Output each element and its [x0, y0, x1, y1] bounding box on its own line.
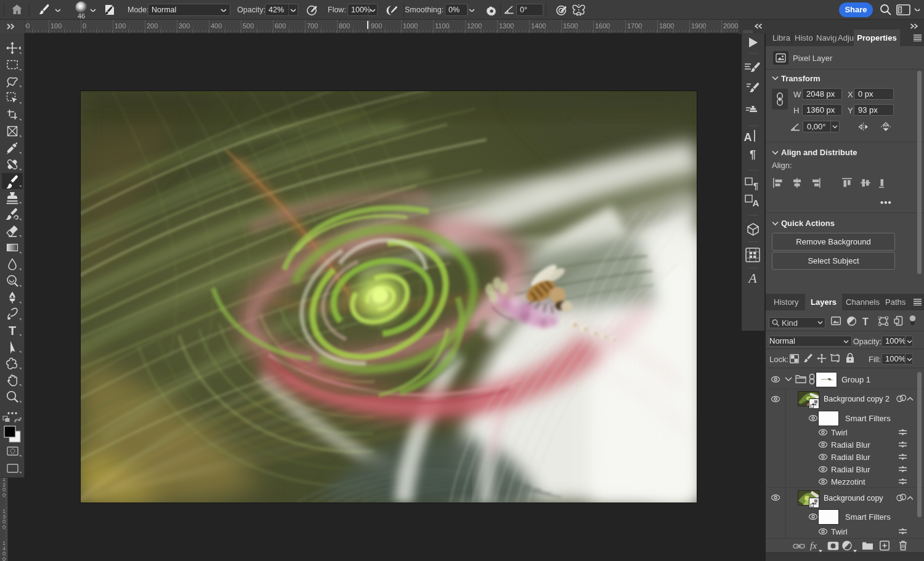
svg-text:T: T: [9, 324, 16, 337]
svg-text:A: A: [744, 131, 752, 143]
svg-text:A: A: [747, 270, 757, 286]
svg-text:¶: ¶: [753, 180, 758, 191]
svg-text:¶: ¶: [750, 148, 756, 161]
svg-text:A: A: [753, 198, 760, 208]
